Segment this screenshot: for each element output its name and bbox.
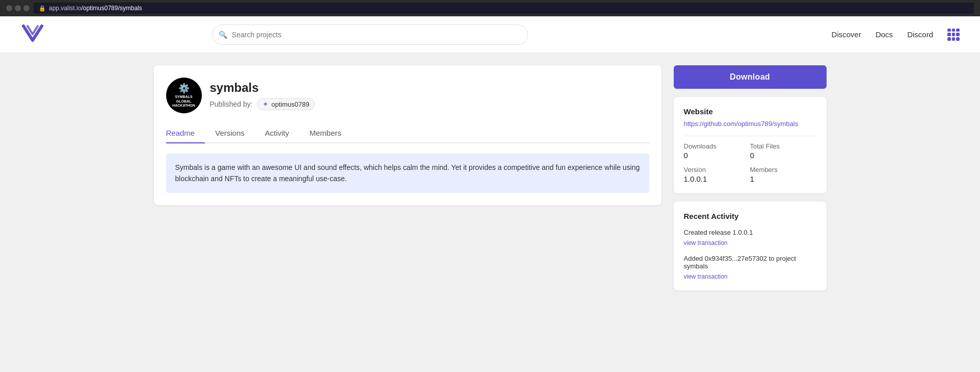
- url-bar[interactable]: 🔒 app.valist.io/optimus0789/symbals: [34, 3, 974, 14]
- stat-version: Version 1.0.0.1: [684, 166, 750, 183]
- publisher-name: optimus0789: [272, 101, 309, 108]
- download-button[interactable]: Download: [674, 65, 827, 89]
- version-value: 1.0.0.1: [684, 175, 750, 183]
- readme-content: Symbals is a game with an awesome UI and…: [166, 154, 649, 193]
- activity-item-1: Created release 1.0.0.1 view transaction: [684, 229, 816, 246]
- window-controls: [6, 5, 30, 11]
- discord-link[interactable]: Discord: [907, 30, 933, 39]
- project-avatar: ⚙️ SYMBALSGLOBAL HACKATHON: [166, 78, 202, 113]
- logo[interactable]: [20, 21, 45, 48]
- website-link[interactable]: https://github.com/optimus789/symbals: [684, 120, 816, 128]
- stat-total-files: Total Files 0: [750, 142, 816, 160]
- version-label: Version: [684, 166, 750, 173]
- project-name: symbals: [210, 81, 315, 95]
- members-value: 1: [750, 175, 816, 183]
- publisher-icon: ✦: [262, 100, 269, 108]
- right-panel: Download Website https://github.com/opti…: [674, 65, 827, 290]
- activity-text-2: Added 0x934f35...27e57302 to project sym…: [684, 255, 816, 270]
- downloads-value: 0: [684, 151, 750, 160]
- publisher-badge[interactable]: ✦ optimus0789: [257, 98, 315, 110]
- published-by: Published by: ✦ optimus0789: [210, 98, 315, 110]
- tab-readme[interactable]: Readme: [166, 123, 205, 143]
- left-panel: ⚙️ SYMBALSGLOBAL HACKATHON symbals Publi…: [154, 65, 661, 290]
- maximize-dot: [23, 5, 30, 11]
- project-info: symbals Published by: ✦ optimus0789: [210, 81, 315, 110]
- search-input[interactable]: [212, 24, 528, 45]
- tabs: Readme Versions Activity Members: [166, 123, 649, 143]
- nav-links: Discover Docs Discord: [832, 29, 960, 41]
- tab-activity[interactable]: Activity: [255, 123, 300, 143]
- activity-link-1[interactable]: view transaction: [684, 239, 728, 246]
- info-card: Website https://github.com/optimus789/sy…: [674, 97, 827, 193]
- stat-downloads: Downloads 0: [684, 142, 750, 160]
- lock-icon: 🔒: [39, 5, 46, 12]
- avatar-icon: ⚙️: [178, 83, 190, 94]
- total-files-value: 0: [750, 151, 816, 160]
- browser-chrome: 🔒 app.valist.io/optimus0789/symbals: [0, 0, 980, 16]
- downloads-label: Downloads: [684, 142, 750, 150]
- avatar-inner: ⚙️ SYMBALSGLOBAL HACKATHON: [166, 78, 202, 113]
- website-heading: Website: [684, 107, 816, 116]
- recent-activity-heading: Recent Activity: [684, 212, 816, 220]
- project-header: ⚙️ SYMBALSGLOBAL HACKATHON symbals Publi…: [166, 78, 649, 113]
- minimize-dot: [15, 5, 21, 11]
- search-bar[interactable]: 🔍: [212, 24, 528, 45]
- activity-link-2[interactable]: view transaction: [684, 273, 728, 280]
- main-content: ⚙️ SYMBALSGLOBAL HACKATHON symbals Publi…: [134, 53, 847, 303]
- total-files-label: Total Files: [750, 142, 816, 150]
- activity-item-2: Added 0x934f35...27e57302 to project sym…: [684, 255, 816, 280]
- members-label: Members: [750, 166, 816, 173]
- avatar-symbol: SYMBALSGLOBAL HACKATHON: [166, 95, 202, 108]
- navbar: 🔍 Discover Docs Discord: [0, 16, 980, 53]
- activity-card: Recent Activity Created release 1.0.0.1 …: [674, 202, 827, 290]
- docs-link[interactable]: Docs: [876, 30, 893, 39]
- published-by-label: Published by:: [210, 100, 253, 108]
- url-display: app.valist.io/optimus0789/symbals: [49, 5, 142, 12]
- close-dot: [6, 5, 12, 11]
- readme-text: Symbals is a game with an awesome UI and…: [175, 162, 640, 185]
- project-card: ⚙️ SYMBALSGLOBAL HACKATHON symbals Publi…: [154, 65, 661, 205]
- search-icon: 🔍: [219, 31, 227, 39]
- tab-versions[interactable]: Versions: [205, 123, 255, 143]
- activity-text-1: Created release 1.0.0.1: [684, 229, 816, 236]
- grid-menu-icon[interactable]: [947, 29, 960, 41]
- stat-members: Members 1: [750, 166, 816, 183]
- tab-members[interactable]: Members: [299, 123, 352, 143]
- discover-link[interactable]: Discover: [832, 30, 861, 39]
- stats-grid: Downloads 0 Total Files 0 Version 1.0.0.…: [684, 142, 816, 183]
- divider-1: [684, 136, 816, 136]
